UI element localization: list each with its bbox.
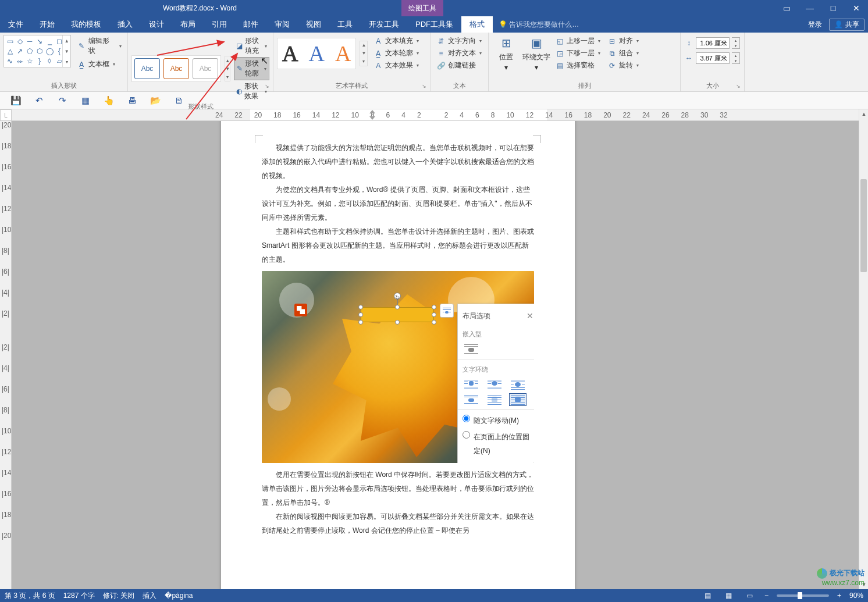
tab-home[interactable]: 开始 — [31, 16, 63, 33]
status-insert[interactable]: 插入 — [143, 591, 156, 601]
tab-insert[interactable]: 插入 — [109, 16, 141, 33]
dialog-launcher-icon[interactable]: ↘ — [736, 83, 743, 90]
paragraph[interactable]: 在新的阅读视图中阅读更加容易。可以折叠文档某些部分并关注所需文本。如果在达到结尾… — [262, 510, 534, 537]
tab-layout[interactable]: 布局 — [172, 16, 204, 33]
resize-handle[interactable] — [358, 305, 363, 309]
shape-icon[interactable]: ◊ — [45, 57, 54, 65]
shape-icon[interactable]: ∿ — [6, 57, 14, 65]
send-backward-button[interactable]: ◲下移一层▾ — [553, 47, 603, 59]
paragraph[interactable]: 使用在需要位置出现的新按钮在 Word 中保存时间。若要更改图片适应文档的方式，… — [262, 468, 534, 510]
shape-icon[interactable]: ◇ — [16, 37, 24, 45]
gallery-up-icon[interactable]: ▲ — [63, 35, 70, 46]
tab-mytemplate[interactable]: 我的模板 — [63, 16, 109, 33]
shape-width-input[interactable] — [696, 52, 730, 64]
popup-close-icon[interactable]: ✕ — [527, 308, 533, 324]
resize-handle[interactable] — [358, 320, 363, 325]
wrap-inline-icon[interactable] — [463, 343, 480, 355]
gallery-up-icon[interactable]: ▲ — [225, 56, 230, 65]
shape-icon[interactable]: △ — [6, 47, 14, 55]
tab-review[interactable]: 审阅 — [266, 16, 298, 33]
tab-tools[interactable]: 工具 — [329, 16, 361, 33]
ribbon-display-options-icon[interactable]: ▭ — [775, 0, 798, 16]
tab-file[interactable]: 文件 — [0, 16, 31, 33]
tell-me[interactable]: 💡 告诉我您想要做什么… — [493, 16, 579, 33]
text-effects-button[interactable]: A文本效果▾ — [371, 59, 421, 72]
shape-icon[interactable]: ⬠ — [26, 47, 34, 55]
qat-undo-icon[interactable]: ↶ — [34, 95, 44, 106]
resize-handle[interactable] — [395, 320, 400, 325]
gallery-down-icon[interactable]: ▼ — [63, 46, 70, 56]
view-read-icon[interactable]: ▤ — [702, 591, 714, 600]
shape-icon[interactable]: ◯ — [45, 47, 54, 55]
paragraph[interactable]: 视频提供了功能强大的方法帮助您证明您的观点。当您单击联机视频时，可以在想要添加的… — [262, 141, 534, 183]
paragraph[interactable]: 主题和样式也有助于文档保持协调。当您单击设计并选择新的主题时，图片、图表或 Sm… — [262, 225, 534, 266]
spin-up-icon[interactable]: ▲ — [732, 38, 739, 43]
zoom-in-button[interactable]: + — [837, 592, 841, 600]
shape-icon[interactable]: } — [35, 57, 44, 65]
wrap-behind-icon[interactable] — [486, 393, 503, 406]
style-sample[interactable]: Abc — [193, 58, 218, 79]
qat-save-icon[interactable]: 💾 — [10, 95, 21, 106]
shape-icon[interactable]: ↗ — [16, 47, 24, 55]
wrap-text-button[interactable]: ▣环绕文字▾ — [522, 35, 550, 72]
status-extra-icon[interactable]: �página — [165, 592, 193, 600]
resize-handle[interactable] — [432, 320, 436, 325]
tab-view[interactable]: 视图 — [298, 16, 329, 33]
dialog-launcher-icon[interactable]: ↘ — [422, 83, 429, 90]
shape-icon[interactable]: ⎯ — [45, 37, 54, 45]
text-outline-button[interactable]: A̲文本轮廓▾ — [371, 47, 421, 59]
minimize-button[interactable]: — — [798, 0, 821, 16]
wordart-sample[interactable]: A — [282, 41, 298, 66]
position-button[interactable]: ⊞位置▾ — [492, 35, 520, 72]
status-page[interactable]: 第 3 页，共 6 页 — [5, 591, 55, 601]
gallery-more-icon[interactable]: ▾ — [360, 58, 367, 66]
horizontal-ruler[interactable]: 2422201816141210864224681012141618202224… — [12, 109, 859, 121]
move-with-text-radio[interactable]: 随文字移动(M) — [463, 414, 533, 428]
style-sample[interactable]: Abc — [163, 58, 189, 79]
spin-down-icon[interactable]: ▼ — [732, 43, 739, 48]
view-print-icon[interactable]: ▦ — [723, 591, 735, 600]
shape-icon[interactable]: ⬰ — [16, 57, 24, 65]
maximize-button[interactable]: □ — [821, 0, 845, 16]
resize-handle[interactable] — [432, 305, 436, 309]
see-more-link[interactable]: 查看更多... — [463, 460, 533, 463]
status-track[interactable]: 修订: 关闭 — [103, 591, 135, 601]
layout-options-button[interactable] — [440, 304, 454, 318]
align-button[interactable]: ⊟对齐▾ — [605, 35, 641, 47]
shape-fill-button[interactable]: ◪形状填充▾ — [234, 35, 269, 57]
align-text-button[interactable]: ≡对齐文本▾ — [434, 47, 485, 59]
resize-handle[interactable] — [395, 305, 400, 309]
wrap-front-icon[interactable] — [509, 393, 527, 406]
shape-gallery[interactable]: ▭◇─↘⎯◻ △↗⬠⬡◯{ ∿⬰☆}◊▱ ▲▼▾ — [3, 35, 71, 67]
bring-forward-button[interactable]: ◱上移一层▾ — [553, 35, 603, 47]
text-box-button[interactable]: A̲文本框▾ — [74, 58, 124, 70]
wordart-sample[interactable]: A — [308, 41, 324, 66]
tab-design[interactable]: 设计 — [141, 16, 172, 33]
shape-icon[interactable]: ☆ — [26, 57, 34, 65]
wrap-square-icon[interactable] — [463, 378, 480, 391]
text-direction-button[interactable]: ⇵文字方向▾ — [434, 35, 485, 47]
vertical-scrollbar[interactable]: ▲ ▼ — [859, 109, 868, 589]
shape-outline-button[interactable]: ✎形状轮廓▾ — [234, 57, 269, 80]
dialog-launcher-icon[interactable]: ↘ — [265, 83, 272, 90]
share-button[interactable]: 👤共享 — [829, 19, 865, 31]
wrap-tight-icon[interactable] — [486, 378, 503, 391]
style-sample[interactable]: Abc — [134, 58, 160, 79]
fix-position-radio[interactable]: 在页面上的位置固定(N) — [463, 430, 533, 458]
shape-height-input[interactable] — [696, 37, 730, 49]
close-button[interactable]: ✕ — [845, 0, 868, 16]
text-fill-button[interactable]: A文本填充▾ — [371, 35, 421, 47]
document-area[interactable]: 视频提供了功能强大的方法帮助您证明您的观点。当您单击联机视频时，可以在想要添加的… — [12, 121, 859, 589]
wordart-sample[interactable]: A — [335, 41, 351, 66]
vertical-ruler[interactable]: |20||18||16||14||12||10||8||6||4||2||2||… — [0, 121, 12, 589]
hanging-indent-icon[interactable] — [369, 116, 375, 120]
scroll-up-icon[interactable]: ▲ — [859, 109, 868, 119]
tab-developer[interactable]: 开发工具 — [361, 16, 407, 33]
paragraph[interactable]: 为使您的文档具有专业外观，Word® 提供了页眉、页脚、封面和文本框设计，这些设… — [262, 183, 534, 225]
create-link-button[interactable]: 🔗创建链接 — [434, 59, 485, 72]
zoom-slider[interactable] — [777, 594, 829, 597]
wordart-gallery[interactable]: A A A — [277, 38, 356, 69]
zoom-level[interactable]: 90% — [849, 592, 863, 600]
shape-icon[interactable]: ─ — [26, 37, 34, 45]
tab-format[interactable]: 格式 — [461, 16, 493, 33]
